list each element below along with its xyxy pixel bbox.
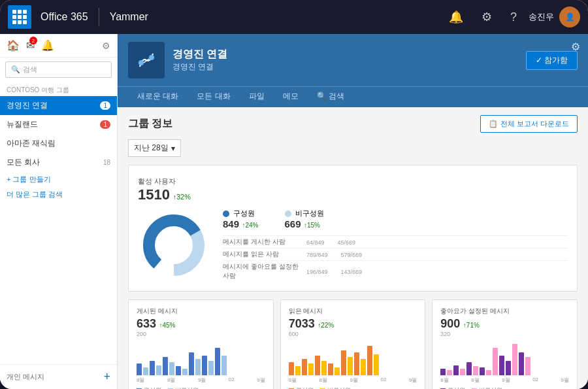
bar bbox=[348, 357, 353, 375]
stat-row-members-2: 196/849 bbox=[306, 268, 328, 275]
add-message-button[interactable]: + bbox=[103, 370, 110, 384]
group-settings-icon[interactable]: ⚙ bbox=[571, 41, 580, 53]
help-icon[interactable]: ? bbox=[510, 10, 517, 24]
nav-item-label-2: 아마존 재식림 bbox=[7, 138, 56, 149]
mail-icon[interactable]: ✉ 2 bbox=[26, 39, 35, 52]
card-liked-num: 900 bbox=[440, 317, 460, 330]
home-icon[interactable]: 🏠 bbox=[7, 39, 20, 52]
join-button[interactable]: ✓ 참가함 bbox=[526, 51, 578, 70]
stat-row-nonmembers-1: 579/669 bbox=[341, 251, 363, 258]
content-area: 경영진 연결 경영진 연결 ✓ 참가함 ⚙ 새로운 대화 모든 대화 파일 메모… bbox=[118, 34, 588, 389]
bar bbox=[453, 365, 459, 375]
personal-messages-label: 개인 메시지 bbox=[7, 372, 44, 382]
stat-row-label-2: 메시지에 좋아요를 설정한 사람 bbox=[223, 262, 301, 280]
card-liked: 좋아요가 설정된 메시지 900 ↑71% 320 bbox=[432, 299, 578, 389]
bar bbox=[499, 356, 504, 375]
card-read-ymax: 600 bbox=[289, 331, 417, 337]
chart-legend-liked: 구성원 비구성원 bbox=[440, 386, 569, 389]
card-posted-ymax: 200 bbox=[137, 331, 265, 337]
bar bbox=[143, 367, 148, 375]
bar bbox=[367, 346, 372, 375]
sidebar-settings-icon[interactable]: ⚙ bbox=[102, 41, 110, 51]
download-button[interactable]: 📋 전체 보고서 다운로드 bbox=[480, 115, 578, 133]
card-liked-title: 좋아요가 설정된 메시지 bbox=[440, 307, 569, 316]
non-member-num: 669 bbox=[285, 218, 301, 229]
bar bbox=[506, 361, 511, 375]
active-users-num: 1510 bbox=[138, 186, 170, 203]
sidebar: 🏠 ✉ 2 🔔 ⚙ 🔍 검색 CONTOSO 여행 그룹 경영진 연결 1 뉴질… bbox=[0, 34, 118, 389]
stats-header: 구성원 849 ↑24% 비구성원 bbox=[223, 209, 568, 230]
bar bbox=[341, 350, 346, 375]
stat-row-label-1: 메시지를 읽은 사람 bbox=[223, 250, 301, 259]
bar bbox=[374, 354, 379, 375]
nav-item-1[interactable]: 뉴질랜드 1 bbox=[0, 115, 117, 134]
active-users-section: 활성 사용자 1510 ↑32% bbox=[138, 175, 568, 203]
settings-icon[interactable]: ⚙ bbox=[482, 10, 492, 24]
create-group-link[interactable]: + 그룹 만들기 bbox=[0, 172, 117, 187]
date-selector[interactable]: 지난 28일 ▾ bbox=[128, 139, 181, 157]
tab-all-conversation[interactable]: 모든 대화 bbox=[188, 87, 239, 107]
chart-legend-read: 구성원 비구성원 bbox=[289, 386, 417, 389]
bar bbox=[302, 359, 307, 375]
bar bbox=[169, 362, 174, 375]
legend-non-member-posted: 비구성원 bbox=[168, 386, 199, 389]
legend-member-read-label: 구성원 bbox=[296, 386, 314, 389]
member-col: 구성원 849 ↑24% bbox=[223, 209, 259, 230]
svg-point-2 bbox=[149, 55, 154, 60]
nav-item-2[interactable]: 아마존 재식림 bbox=[0, 134, 117, 153]
bell-sidebar-icon[interactable]: 🔔 bbox=[41, 39, 54, 52]
main-content: 🏠 ✉ 2 🔔 ⚙ 🔍 검색 CONTOSO 여행 그룹 경영진 연결 1 뉴질… bbox=[0, 34, 588, 389]
bar bbox=[460, 369, 465, 375]
chart-liked bbox=[440, 341, 569, 375]
bell-icon[interactable]: 🔔 bbox=[449, 10, 463, 24]
non-member-col: 비구성원 669 ↑15% bbox=[285, 209, 324, 230]
page-title-row: 그룹 정보 📋 전체 보고서 다운로드 bbox=[128, 115, 578, 133]
bar bbox=[361, 359, 366, 375]
card-liked-change: ↑71% bbox=[463, 322, 480, 329]
app-name: Yammer bbox=[110, 11, 148, 23]
tab-files[interactable]: 파일 bbox=[240, 87, 274, 107]
nav-badge-3: 18 bbox=[103, 159, 110, 166]
nav-item-label-3: 모든 회사 bbox=[7, 157, 40, 168]
tab-new-conversation[interactable]: 새로운 대화 bbox=[128, 87, 188, 107]
member-change: ↑24% bbox=[242, 222, 258, 229]
search-box[interactable]: 🔍 검색 bbox=[5, 61, 112, 78]
avatar[interactable]: 👤 bbox=[559, 7, 580, 27]
app-grid-button[interactable] bbox=[8, 5, 31, 29]
group-header: 경영진 연결 경영진 연결 ✓ 참가함 ⚙ bbox=[118, 34, 588, 86]
stats-right: 구성원 849 ↑24% 비구성원 bbox=[223, 209, 568, 282]
tab-search[interactable]: 🔍 검색 bbox=[308, 87, 353, 107]
stat-row-2: 메시지에 좋아요를 설정한 사람 196/849 143/669 bbox=[223, 260, 568, 282]
chart-x-axis-liked: 8월8월9월029월 bbox=[440, 377, 569, 384]
date-label: 지난 28일 bbox=[134, 143, 169, 154]
search-group-link[interactable]: 더 많은 그룹 검색 bbox=[0, 187, 117, 202]
nav-tabs: 새로운 대화 모든 대화 파일 메모 🔍 검색 bbox=[118, 86, 588, 107]
group-info: 경영진 연결 경영진 연결 bbox=[172, 48, 518, 73]
svg-point-1 bbox=[139, 60, 144, 65]
card-posted-change: ↑45% bbox=[159, 322, 176, 329]
nav-item-3[interactable]: 모든 회사 18 bbox=[0, 153, 117, 172]
chart-legend-posted: 구성원 비구성원 bbox=[137, 386, 265, 389]
legend-non-member-label: 비구성원 bbox=[175, 386, 199, 389]
bar bbox=[493, 348, 498, 375]
bar bbox=[182, 369, 188, 375]
legend-non-member-read: 비구성원 bbox=[320, 386, 351, 389]
non-member-legend-label: 비구성원 bbox=[295, 209, 324, 218]
nav-item-0[interactable]: 경영진 연결 1 bbox=[0, 96, 117, 115]
stat-row-0: 메시지를 게시한 사람 64/849 45/669 bbox=[223, 235, 568, 248]
bar bbox=[525, 357, 531, 375]
stat-row-members-0: 64/849 bbox=[306, 239, 325, 246]
active-users-change: ↑32% bbox=[172, 193, 191, 201]
legend-non-member-liked: 비구성원 bbox=[472, 386, 502, 389]
bar bbox=[480, 367, 485, 375]
bar bbox=[354, 352, 359, 375]
svg-point-6 bbox=[156, 228, 191, 263]
page-body: 그룹 정보 📋 전체 보고서 다운로드 지난 28일 ▾ 활성 사용자 1510 bbox=[118, 107, 588, 389]
tab-notes[interactable]: 메모 bbox=[274, 87, 308, 107]
non-member-change: ↑15% bbox=[304, 222, 320, 229]
sidebar-bottom: 개인 메시지 + bbox=[0, 364, 117, 389]
download-icon: 📋 bbox=[489, 120, 498, 128]
bar bbox=[208, 361, 214, 375]
active-users-label: 활성 사용자 bbox=[138, 177, 176, 185]
bar bbox=[215, 348, 220, 375]
